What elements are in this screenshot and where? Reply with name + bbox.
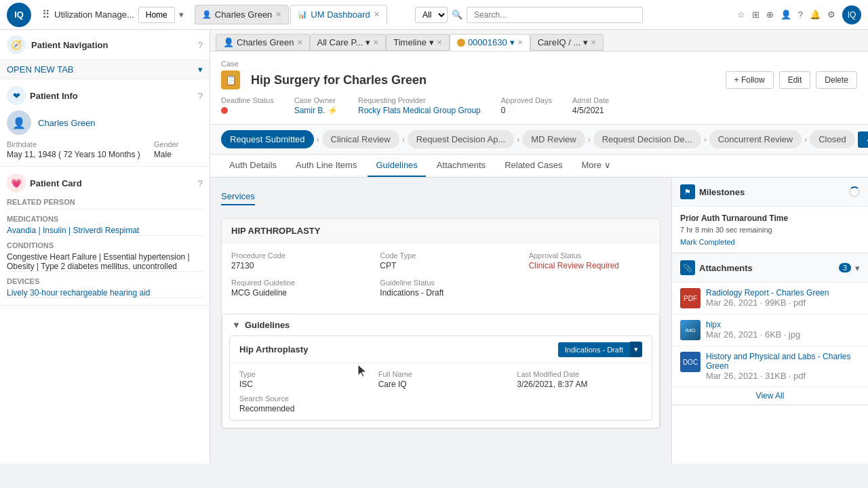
attachments-icon: 📎 <box>680 260 695 275</box>
tab-auth-details[interactable]: Auth Details <box>221 155 285 177</box>
attachment-name[interactable]: History and Physical and Labs - Charles … <box>706 352 860 371</box>
sub-tab-close[interactable]: ✕ <box>297 39 302 46</box>
question-icon[interactable]: ? <box>798 9 803 20</box>
sub-tab-all-care[interactable]: All Care P... ▾ ✕ <box>310 34 387 51</box>
requesting-provider-value[interactable]: Rocky Flats Medical Group Group <box>358 106 481 115</box>
open-new-tab-btn[interactable]: OPEN NEW TAB ▾ <box>0 60 210 79</box>
devices-values[interactable]: Lively 30-hour rechargeable hearing aid <box>7 288 203 298</box>
tab-charles-green[interactable]: 👤 Charles Green ✕ <box>195 5 290 24</box>
sub-tab-careiq[interactable]: CareIQ / ... ▾ ✕ <box>530 34 604 51</box>
milestone-body: Prior Auth Turnaround Time 7 hr 8 min 30… <box>672 207 868 253</box>
tab-guidelines[interactable]: Guidelines <box>368 155 425 177</box>
grid-menu-icon[interactable]: ⠿ <box>42 8 50 21</box>
sub-tab-dropdown[interactable]: ▾ <box>510 37 515 47</box>
attachment-info: Radiology Report - Charles Green Mar 26,… <box>706 288 860 308</box>
patient-info-help-icon[interactable]: ? <box>198 91 203 101</box>
sub-tab-dropdown[interactable]: ▾ <box>366 37 370 47</box>
open-new-tab-dropdown-icon[interactable]: ▾ <box>198 64 203 75</box>
sub-tab-timeline[interactable]: Timeline ▾ ✕ <box>386 34 450 51</box>
tab-more[interactable]: More ∨ <box>573 155 618 177</box>
edit-button[interactable]: Edit <box>779 71 811 89</box>
tab-um-dashboard[interactable]: 📊 UM Dashboard ✕ <box>290 5 387 24</box>
attach-ext: pdf <box>793 298 806 308</box>
sub-tab-label: Charles Green <box>237 37 294 47</box>
home-dropdown[interactable]: ▾ <box>179 9 184 20</box>
attachments-collapse-icon[interactable]: ▾ <box>855 263 860 273</box>
birthdate-value: May 11, 1948 ( 72 Years 10 Months ) <box>7 150 140 159</box>
procedure-code-label: Procedure Code <box>231 251 353 260</box>
tab-close-icon[interactable]: ✕ <box>275 10 281 19</box>
delete-button[interactable]: Delete <box>816 71 857 89</box>
help-icon[interactable]: ? <box>198 40 203 50</box>
search-input[interactable] <box>467 7 643 23</box>
full-name-value: Care IQ <box>378 380 504 389</box>
search-filter-select[interactable]: All <box>415 7 448 23</box>
tab-related-cases[interactable]: Related Cases <box>496 155 570 177</box>
workflow-step-md-review[interactable]: MD Review <box>522 130 585 148</box>
milestone-time-remaining: 7 hr 8 min 30 sec remaining <box>680 226 860 234</box>
attach-size: 31KB <box>765 371 787 381</box>
required-guideline-col: Required Guideline MCG Guideline <box>231 279 353 298</box>
conditions-section: CONDITIONS Congestive Heart Failure | Es… <box>7 241 203 272</box>
guidelines-toggle[interactable]: ▼ Guidelines <box>222 314 659 336</box>
hip-detail-row-1: Procedure Code 27130 Code Type CPT Appro… <box>231 251 650 270</box>
star-icon[interactable]: ☆ <box>737 9 745 20</box>
workflow-step-clinical-review[interactable]: Clinical Review <box>322 130 399 148</box>
patient-name-link[interactable]: Charles Green <box>38 118 96 128</box>
add-icon[interactable]: ⊕ <box>766 9 774 20</box>
case-title: Hip Surgery for Charles Green <box>251 73 427 87</box>
apps-icon[interactable]: ⊞ <box>752 9 760 20</box>
settings-icon[interactable]: ⚙ <box>827 9 835 20</box>
indications-arrow-button[interactable]: ▾ <box>630 342 642 357</box>
sub-tab-close[interactable]: ✕ <box>437 39 442 46</box>
sub-tab-00001630[interactable]: 00001630 ▾ ✕ <box>450 34 530 51</box>
milestones-title: Milestones <box>699 187 845 197</box>
milestones-header[interactable]: ⚑ Milestones <box>672 178 868 207</box>
workflow-step-request-decision-de[interactable]: Request Decision De... <box>593 130 701 148</box>
attachment-name[interactable]: Radiology Report - Charles Green <box>706 288 860 298</box>
services-tab-label[interactable]: Services <box>221 191 255 205</box>
sub-tab-dropdown[interactable]: ▾ <box>429 37 434 47</box>
home-tab[interactable]: Home <box>138 7 175 23</box>
hip-details: Procedure Code 27130 Code Type CPT Appro… <box>222 243 660 314</box>
mark-complete-button[interactable]: ✓ Mark Status as Complete <box>858 131 868 148</box>
approval-status-label: Approval Status <box>529 251 650 260</box>
last-modified-value: 3/26/2021, 8:37 AM <box>517 380 642 389</box>
tab-close-icon[interactable]: ✕ <box>374 10 380 19</box>
indications-main-button[interactable]: Indications - Draft <box>558 342 630 357</box>
inner-tab-label: More ∨ <box>581 160 610 170</box>
admit-date-group: Admit Date 4/5/2021 <box>572 96 609 116</box>
sub-tab-close[interactable]: ✕ <box>517 39 523 46</box>
workflow-step-concurrent-review[interactable]: Concurrent Review <box>709 130 802 148</box>
workflow-step-request-submitted[interactable]: Request Submitted <box>221 130 314 148</box>
workflow-step-label: MD Review <box>531 134 576 144</box>
approval-status-value: Clinical Review Required <box>529 261 650 270</box>
follow-button[interactable]: + Follow <box>726 71 774 89</box>
workflow-step-closed[interactable]: Closed <box>810 130 854 148</box>
attach-date: Mar 26, 2021 <box>706 371 758 381</box>
main-panel: Services HIP ARTHROPLASTY Procedure Code… <box>210 178 671 464</box>
top-bar: IQ ⠿ Utilization Manage... Home ▾ 👤 Char… <box>0 0 868 30</box>
sub-tab-dropdown[interactable]: ▾ <box>583 37 588 47</box>
sub-tab-close[interactable]: ✕ <box>373 39 378 46</box>
patient-info-header: ❤ Patient Info ? <box>7 86 203 105</box>
workflow-arrow: › <box>402 135 405 144</box>
mark-completed-link[interactable]: Mark Completed <box>680 238 860 246</box>
case-owner-value[interactable]: Samir B. ⚡ <box>294 106 338 115</box>
workflow-step-request-decision-ap[interactable]: Request Decision Ap... <box>408 130 515 148</box>
medications-values[interactable]: Avandia | Insulin | Striverdi Respimat <box>7 226 203 235</box>
person-icon[interactable]: 👤 <box>781 9 791 20</box>
tab-attachments[interactable]: Attachments <box>429 155 494 177</box>
bell-icon[interactable]: 🔔 <box>810 9 821 20</box>
sub-tab-charles-green[interactable]: 👤 Charles Green ✕ <box>216 34 310 51</box>
inner-tab-label: Attachments <box>437 160 486 170</box>
patient-info-title: Patient Info <box>30 91 194 101</box>
patient-card-help-icon[interactable]: ? <box>198 178 203 188</box>
view-all-link[interactable]: View All <box>672 387 868 405</box>
milestone-spinner <box>849 186 860 197</box>
tab-auth-line-items[interactable]: Auth Line Items <box>288 155 365 177</box>
sub-tab-close[interactable]: ✕ <box>591 39 596 46</box>
attachment-name[interactable]: hipx <box>706 320 860 329</box>
attachments-header[interactable]: 📎 Attachments 3 ▾ <box>672 253 868 283</box>
user-avatar[interactable]: IQ <box>842 5 861 24</box>
